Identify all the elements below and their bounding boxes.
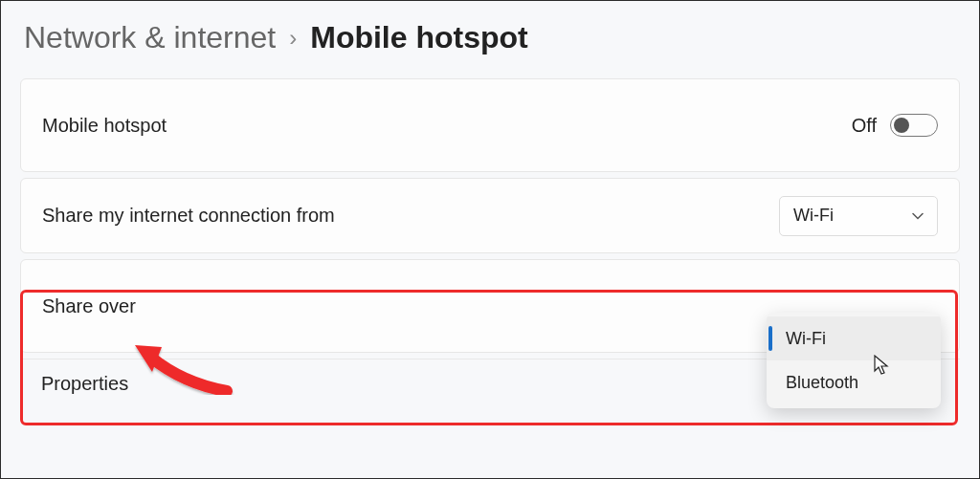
dropdown-option-bluetooth[interactable]: Bluetooth bbox=[767, 360, 941, 404]
share-from-value: Wi-Fi bbox=[793, 206, 834, 226]
hotspot-toggle[interactable] bbox=[890, 114, 938, 137]
breadcrumb-parent[interactable]: Network & internet bbox=[24, 20, 276, 55]
chevron-down-icon bbox=[912, 210, 924, 222]
breadcrumb-current: Mobile hotspot bbox=[310, 20, 528, 55]
properties-label: Properties bbox=[41, 373, 128, 395]
share-over-label: Share over bbox=[42, 295, 136, 317]
breadcrumb: Network & internet › Mobile hotspot bbox=[1, 1, 979, 78]
dropdown-option-label: Bluetooth bbox=[786, 373, 858, 393]
hotspot-row: Mobile hotspot Off bbox=[20, 78, 960, 172]
hotspot-state-text: Off bbox=[852, 115, 877, 137]
share-over-dropdown: Wi-Fi Bluetooth bbox=[767, 313, 941, 408]
share-from-select[interactable]: Wi-Fi bbox=[779, 196, 938, 236]
hotspot-label: Mobile hotspot bbox=[42, 115, 167, 137]
dropdown-option-wifi[interactable]: Wi-Fi bbox=[767, 316, 941, 360]
dropdown-option-label: Wi-Fi bbox=[786, 329, 826, 349]
share-from-label: Share my internet connection from bbox=[42, 205, 335, 227]
share-from-row: Share my internet connection from Wi-Fi bbox=[20, 178, 960, 253]
toggle-thumb bbox=[894, 118, 909, 133]
chevron-right-icon: › bbox=[289, 25, 297, 52]
